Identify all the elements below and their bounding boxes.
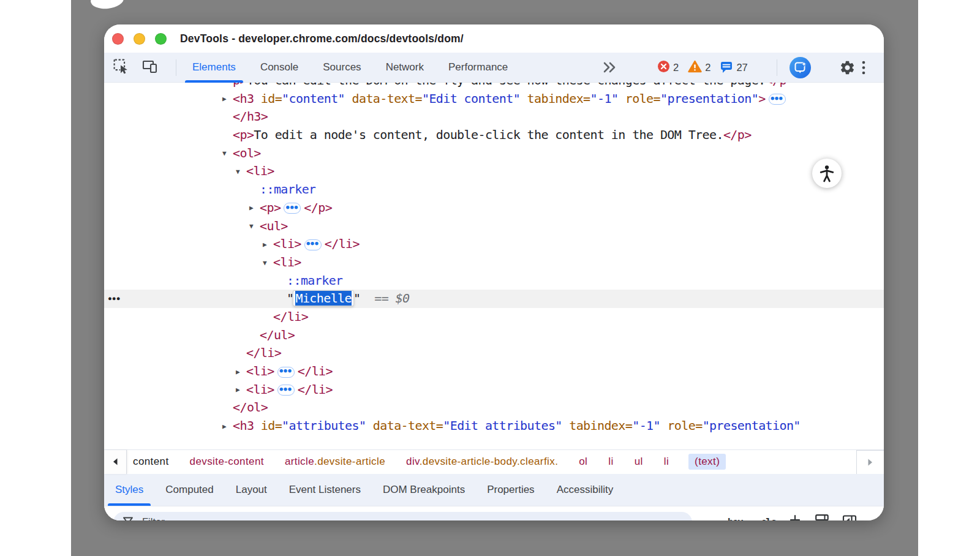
dom-token: <ul> [260, 219, 288, 233]
style-filter[interactable] [113, 512, 692, 520]
accessibility-overlay-button[interactable] [812, 159, 842, 188]
tab-performance[interactable]: Performance [436, 53, 520, 83]
breadcrumb-item[interactable]: (text) [688, 454, 726, 470]
breadcrumb-item[interactable]: li [607, 454, 614, 470]
dom-tree-row[interactable]: ▼<li> [104, 254, 884, 272]
breadcrumb-part: .devsite-article-body.clearfix. [420, 456, 559, 467]
tab-event-listeners[interactable]: Event Listeners [278, 474, 372, 506]
row-overflow-dots-icon[interactable]: ●●● [108, 290, 121, 308]
collapse-triangle-icon[interactable]: ▼ [249, 217, 260, 236]
expand-triangle-icon[interactable]: ▶ [236, 381, 246, 399]
breadcrumb-item[interactable]: div.devsite-article-body.clearfix. [405, 454, 559, 470]
new-style-rule-icon[interactable] [789, 514, 802, 520]
inline-ellipsis-icon[interactable]: ●●● [304, 239, 322, 250]
tab-sources[interactable]: Sources [311, 53, 373, 83]
dom-tree-row[interactable]: ▶<h3 id="attributes" data-text="Edit att… [104, 417, 884, 435]
dom-tree-row[interactable]: </ol> [104, 399, 884, 417]
dom-tree-row[interactable]: <p>To edit a node's content, double-clic… [104, 126, 884, 145]
dom-tree-row[interactable]: ▼<li> [104, 162, 884, 181]
inline-ellipsis-icon[interactable]: ●●● [769, 94, 786, 105]
zoom-button[interactable] [155, 33, 167, 45]
tab-network[interactable]: Network [374, 53, 436, 83]
breadcrumb-item[interactable]: content [132, 454, 170, 470]
breadcrumb-part: div [406, 456, 420, 467]
breadcrumb-item[interactable]: article.devsite-article [284, 454, 386, 470]
filter-input[interactable] [141, 516, 670, 520]
inspect-element-icon[interactable] [113, 58, 129, 77]
collapse-triangle-icon[interactable]: ▼ [263, 254, 273, 272]
dom-tree-row[interactable]: ▶<p>●●●</p> [104, 199, 884, 217]
tab-styles[interactable]: Styles [104, 474, 154, 506]
dom-tree-row[interactable]: ::marker [104, 272, 884, 290]
minimize-button[interactable] [134, 33, 145, 45]
dom-tree-row[interactable]: p>You can edit the DOM on the fly and se… [104, 83, 884, 90]
expand-triangle-icon[interactable]: ▶ [222, 90, 233, 108]
dom-tree-row[interactable]: </h3> [104, 108, 884, 126]
issues-count[interactable]: 27 [736, 62, 747, 73]
more-tabs-icon[interactable] [601, 61, 617, 77]
inline-ellipsis-icon[interactable]: ●●● [277, 367, 295, 378]
dom-token [345, 91, 352, 106]
tab-dom-breakpoints[interactable]: DOM Breakpoints [372, 474, 476, 506]
expand-triangle-icon[interactable]: ▶ [236, 363, 246, 381]
collapse-triangle-icon[interactable]: ▼ [222, 145, 233, 163]
toggle-element-state-button[interactable]: :hov [722, 517, 742, 520]
ai-assistant-button[interactable] [790, 57, 811, 78]
warning-icon[interactable] [688, 60, 702, 75]
dom-token: id= [261, 418, 282, 433]
kebab-menu-icon[interactable] [860, 59, 867, 78]
issues-icon[interactable] [720, 60, 733, 76]
breadcrumb-back-button[interactable] [104, 450, 127, 474]
dom-token: </p> [304, 200, 332, 215]
breadcrumb-item[interactable]: li [663, 454, 670, 470]
sidebar-toggle-icon[interactable] [842, 514, 857, 520]
toolbar-divider [176, 59, 176, 76]
dom-tree-row[interactable]: ▶<li>●●●</li> [104, 235, 884, 254]
tab-console[interactable]: Console [248, 53, 311, 83]
expand-triangle-icon[interactable]: ▶ [249, 199, 260, 217]
dom-tree-row[interactable]: ▶<li>●●●</li> [104, 363, 884, 381]
tab-computed[interactable]: Computed [154, 474, 224, 506]
tab-layout[interactable]: Layout [225, 474, 278, 506]
paint-brush-icon[interactable] [815, 514, 829, 520]
device-toolbar-icon[interactable] [141, 58, 159, 77]
breadcrumb-part: (text) [695, 456, 720, 467]
dom-tree-row[interactable]: </li> [104, 344, 884, 363]
breadcrumb-item[interactable]: devsite-content [189, 454, 265, 470]
dom-tree-row[interactable]: </ul> [104, 326, 884, 345]
dom-tree-row[interactable]: ::marker [104, 181, 884, 199]
collapse-triangle-icon[interactable]: ▼ [236, 163, 246, 181]
dom-tree-row[interactable]: ●●●"Michelle" == $0 [104, 290, 884, 308]
dom-tree-row[interactable]: ▶<li>●●●</li> [104, 381, 884, 399]
dom-tree-row[interactable]: </li> [104, 308, 884, 326]
inline-ellipsis-icon[interactable]: ●●● [277, 385, 295, 396]
breadcrumb-item[interactable]: ol [578, 454, 589, 470]
dom-token: </p> [723, 127, 752, 142]
node-text-edit-box[interactable]: Michelle [293, 291, 353, 306]
dom-tree-row[interactable]: ▼<ul> [104, 217, 884, 236]
element-classes-button[interactable]: .cls [756, 517, 776, 520]
dom-token: </ul> [260, 328, 295, 342]
dom-tree-row[interactable]: ▶<h3 id="content" data-text="Edit conten… [104, 90, 884, 108]
gray-backdrop: DevTools - developer.chrome.com/docs/dev… [71, 0, 918, 556]
error-count[interactable]: 2 [673, 62, 679, 73]
breadcrumb-item[interactable]: ul [633, 454, 644, 470]
expand-triangle-icon[interactable]: ▶ [222, 418, 233, 436]
tab-accessibility[interactable]: Accessibility [546, 474, 625, 506]
dom-token: " [353, 291, 360, 306]
settings-gear-icon[interactable] [839, 59, 856, 78]
tab-elements[interactable]: Elements [180, 53, 248, 83]
close-button[interactable] [112, 33, 124, 45]
expand-triangle-icon[interactable]: ▶ [263, 236, 273, 254]
tab-properties[interactable]: Properties [476, 474, 545, 506]
dom-tree-row[interactable]: ▼<ol> [104, 145, 884, 163]
breadcrumb-forward-button[interactable] [856, 450, 884, 474]
warning-count[interactable]: 2 [705, 62, 710, 73]
inline-ellipsis-icon[interactable]: ●●● [284, 203, 301, 214]
dom-token: ::marker [260, 182, 316, 197]
funnel-icon [123, 517, 134, 520]
breadcrumb-part: ul [635, 456, 643, 467]
styles-pane-toolbar: :hov .cls [104, 506, 884, 520]
error-icon[interactable] [657, 60, 670, 75]
dom-token: </li> [298, 364, 333, 378]
